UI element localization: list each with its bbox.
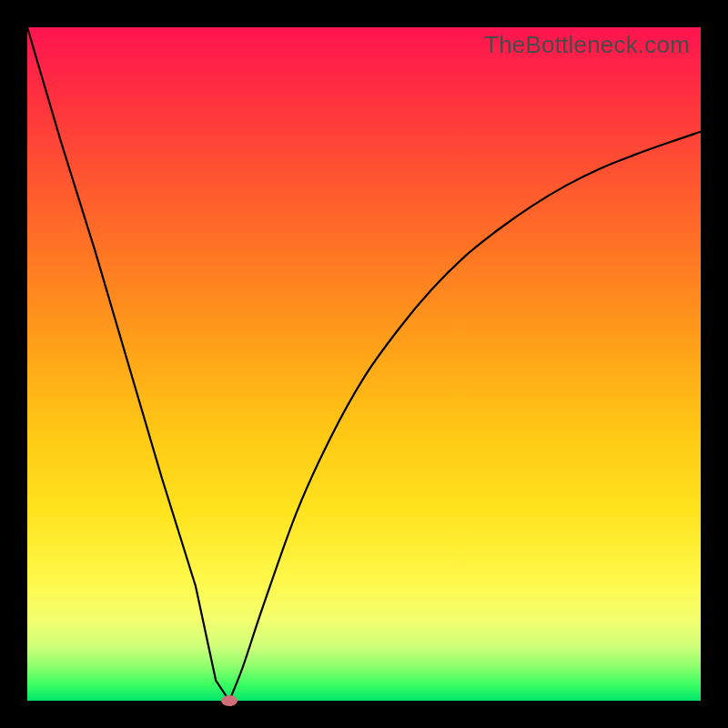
curve-left-branch	[27, 27, 229, 701]
curve-right-branch	[229, 132, 701, 701]
curve-svg	[27, 27, 701, 701]
chart-frame: TheBottleneck.com	[0, 0, 728, 728]
minimum-marker	[221, 695, 238, 706]
plot-area: TheBottleneck.com	[27, 27, 701, 701]
